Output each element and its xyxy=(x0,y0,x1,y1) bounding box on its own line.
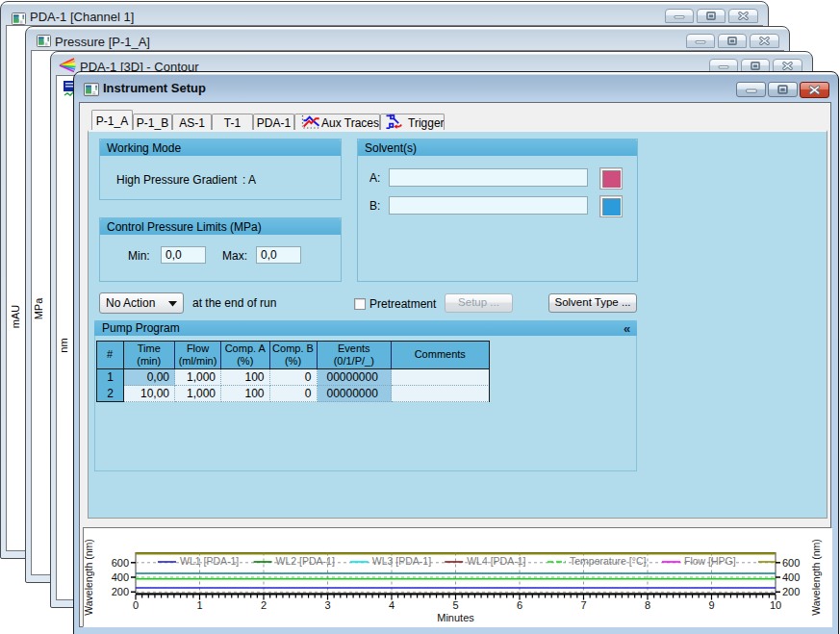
svg-text:2: 2 xyxy=(261,599,267,611)
svg-text:400: 400 xyxy=(112,571,129,583)
svg-text:600: 600 xyxy=(782,557,800,569)
svg-text:Flow [HPG]: Flow [HPG] xyxy=(684,555,736,567)
svg-text:0: 0 xyxy=(133,599,139,611)
svg-text:5: 5 xyxy=(452,599,458,611)
svg-text:WL1 [PDA-1]: WL1 [PDA-1] xyxy=(180,555,239,567)
svg-text:6: 6 xyxy=(517,599,522,611)
svg-text:400: 400 xyxy=(782,571,800,583)
svg-text:8: 8 xyxy=(645,599,650,611)
svg-text:WL4 [PDA-1]: WL4 [PDA-1] xyxy=(467,555,525,567)
svg-text:Minutes: Minutes xyxy=(437,612,474,623)
svg-text:1: 1 xyxy=(196,599,202,611)
svg-text:9: 9 xyxy=(708,599,714,611)
svg-text:10: 10 xyxy=(770,599,781,611)
svg-text:200: 200 xyxy=(112,586,129,597)
svg-text:200: 200 xyxy=(782,586,800,597)
svg-text:600: 600 xyxy=(112,557,129,569)
svg-text:Temperature [°C]: Temperature [°C] xyxy=(570,555,647,567)
svg-text:Wavelength (nm): Wavelength (nm) xyxy=(810,539,822,616)
svg-text:WL3 [PDA-1]: WL3 [PDA-1] xyxy=(372,555,431,567)
svg-text:Wavelength (nm): Wavelength (nm) xyxy=(83,539,94,616)
svg-text:7: 7 xyxy=(580,599,586,611)
svg-text:WL2 [PDA-1]: WL2 [PDA-1] xyxy=(276,555,335,567)
svg-text:3: 3 xyxy=(324,599,330,611)
svg-text:4: 4 xyxy=(389,599,395,611)
